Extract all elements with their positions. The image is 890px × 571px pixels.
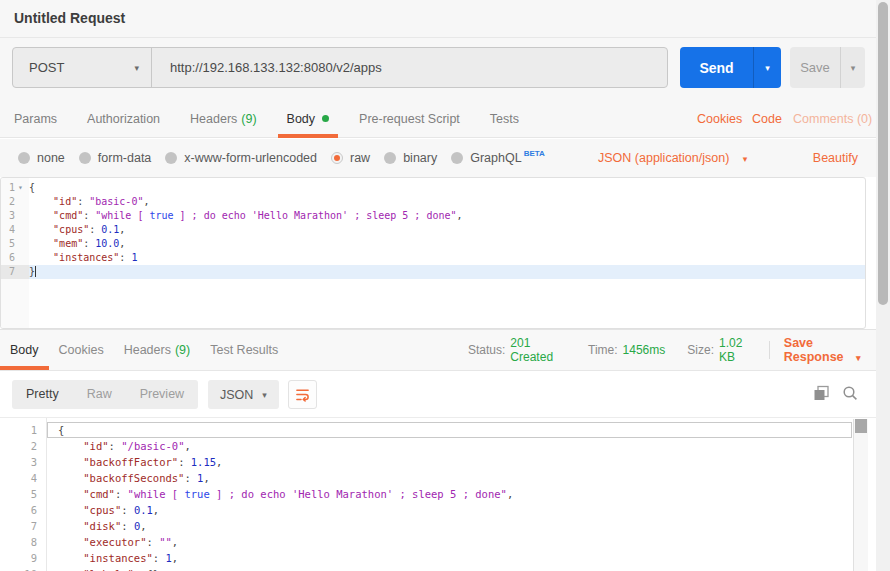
code-line-8: 8 "executor": "", — [0, 534, 876, 550]
copy-icon — [813, 385, 830, 402]
fold-icon[interactable]: ▾ — [18, 181, 23, 195]
radio-icon[interactable] — [451, 152, 463, 164]
content-type-select[interactable]: JSON (application/json) ▾ — [598, 139, 747, 177]
code-line-2: 2 "id": "/basic-0", — [0, 438, 876, 454]
request-body-editor[interactable]: 1▾{2 "id": "basic-0",3 "cmd": "while [ t… — [0, 177, 866, 329]
code-line-7: 7 "disk": 0, — [0, 518, 876, 534]
mode-form-data[interactable]: form-data — [79, 151, 152, 165]
code-line-3[interactable]: 3 "cmd": "while [ true ] ; do echo 'Hell… — [1, 209, 865, 223]
line-number: 1 — [1, 181, 29, 195]
response-tab-test-results[interactable]: Test Results — [200, 330, 288, 370]
tab-tests[interactable]: Tests — [481, 100, 528, 137]
method-select[interactable]: POST ▾ — [13, 48, 152, 87]
view-tab-raw[interactable]: Raw — [73, 380, 126, 409]
mode-binary[interactable]: binary — [384, 151, 437, 165]
line-number: 1 — [0, 422, 47, 438]
radio-icon[interactable] — [384, 152, 396, 164]
response-tabs: Body Cookies Headers (9) Test Results — [0, 330, 288, 370]
chevron-down-icon: ▾ — [765, 63, 770, 73]
tab-label: Tests — [490, 112, 519, 126]
tab-body[interactable]: Body — [278, 100, 339, 137]
tab-params[interactable]: Params — [5, 100, 66, 137]
page-scrollbar[interactable] — [876, 0, 890, 571]
request-title: Untitled Request — [14, 10, 125, 26]
line-number: 3 — [0, 454, 47, 470]
mode-x-www-form-urlencoded[interactable]: x-www-form-urlencoded — [165, 151, 317, 165]
line-number: 7 — [1, 265, 29, 279]
wrap-lines-button[interactable] — [288, 380, 317, 409]
chevron-down-icon: ▾ — [134, 63, 139, 73]
chevron-down-icon: ▾ — [743, 154, 748, 164]
mode-none[interactable]: none — [18, 151, 65, 165]
copy-button[interactable] — [813, 385, 831, 403]
code-line-2[interactable]: 2 "id": "basic-0", — [1, 195, 865, 209]
save-options-button[interactable]: ▾ — [840, 47, 865, 88]
text-cursor — [35, 266, 36, 277]
mode-raw[interactable]: raw — [331, 151, 370, 165]
code-line-3: 3 "backoffFactor": 1.15, — [0, 454, 876, 470]
search-button[interactable] — [842, 385, 860, 403]
radio-icon[interactable] — [165, 152, 177, 164]
code-line-5[interactable]: 5 "mem": 10.0, — [1, 237, 865, 251]
time-value: 1456ms — [623, 343, 666, 357]
code-text: "instances": 1 — [29, 251, 865, 265]
code-link[interactable]: Code — [752, 100, 782, 138]
response-tab-cookies[interactable]: Cookies — [49, 330, 114, 370]
beautify-link[interactable]: Beautify — [813, 139, 858, 177]
code-text: "executor": "", — [47, 534, 876, 550]
cookies-link[interactable]: Cookies — [697, 100, 742, 138]
scrollbar-thumb[interactable] — [878, 2, 888, 305]
response-tab-headers[interactable]: Headers (9) — [114, 330, 201, 370]
code-line-6[interactable]: 6 "instances": 1 — [1, 251, 865, 265]
tab-pre-request-script[interactable]: Pre-request Script — [350, 100, 469, 137]
response-header: Body Cookies Headers (9) Test Results St… — [0, 329, 876, 371]
content-type-value: JSON (application/json) — [598, 151, 729, 165]
method-value: POST — [29, 60, 64, 75]
code-line-4: 4 "backoffSeconds": 1, — [0, 470, 876, 486]
code-text: "cmd": "while [ true ] ; do echo 'Hello … — [29, 209, 865, 223]
mode-label: GraphQL — [470, 151, 521, 165]
save-response-button[interactable]: Save Response ▾ — [784, 336, 876, 364]
view-tab-pretty[interactable]: Pretty — [12, 380, 73, 409]
mode-label: binary — [403, 151, 437, 165]
send-button[interactable]: Send — [680, 47, 753, 88]
url-group: POST ▾ http://192.168.133.132:8080/v2/ap… — [12, 47, 668, 88]
response-tab-body[interactable]: Body — [0, 330, 49, 370]
code-text: "id": "basic-0", — [29, 195, 865, 209]
line-number: 3 — [1, 209, 29, 223]
request-tabs: Params Authorization Headers (9) Body Pr… — [0, 100, 876, 138]
time-label: Time: — [588, 343, 618, 357]
url-input[interactable]: http://192.168.133.132:8080/v2/apps — [152, 48, 667, 87]
radio-icon[interactable] — [79, 152, 91, 164]
line-number: 7 — [0, 518, 47, 534]
view-mode-segment: Pretty Raw Preview — [12, 380, 198, 409]
code-line-10: 10 "labels": {}, — [0, 566, 876, 571]
url-value: http://192.168.133.132:8080/v2/apps — [170, 60, 382, 75]
code-line-4[interactable]: 4 "cpus": 0.1, — [1, 223, 865, 237]
code-text: } — [29, 265, 865, 279]
code-text: "mem": 10.0, — [29, 237, 865, 251]
tab-label: Pre-request Script — [359, 112, 460, 126]
send-options-button[interactable]: ▾ — [753, 47, 781, 88]
code-line-7[interactable]: 7} — [1, 265, 865, 279]
save-button[interactable]: Save — [790, 47, 840, 88]
radio-icon[interactable] — [18, 152, 30, 164]
code-text: "cpus": 0.1, — [47, 502, 876, 518]
line-number: 2 — [0, 438, 47, 454]
tab-label: Headers — [190, 112, 237, 126]
comments-link[interactable]: Comments (0) — [793, 100, 872, 138]
radio-selected-icon[interactable] — [331, 152, 343, 164]
code-line-1[interactable]: 1▾{ — [1, 181, 865, 195]
line-number: 8 — [0, 534, 47, 550]
tab-headers[interactable]: Headers (9) — [181, 100, 266, 137]
format-select[interactable]: JSON ▾ — [208, 380, 279, 409]
response-body-viewer[interactable]: 1{2 "id": "/basic-0",3 "backoffFactor": … — [0, 417, 876, 571]
mode-graphql[interactable]: GraphQL BETA — [451, 151, 545, 165]
tab-label: Params — [14, 112, 57, 126]
code-line-9: 9 "instances": 1, — [0, 550, 876, 566]
code-text: "cmd": "while [ true ] ; do echo 'Hello … — [47, 486, 876, 502]
scrollbar-thumb[interactable] — [855, 419, 867, 433]
response-scrollbar[interactable] — [853, 419, 868, 571]
tab-authorization[interactable]: Authorization — [78, 100, 169, 137]
view-tab-preview[interactable]: Preview — [126, 380, 198, 409]
